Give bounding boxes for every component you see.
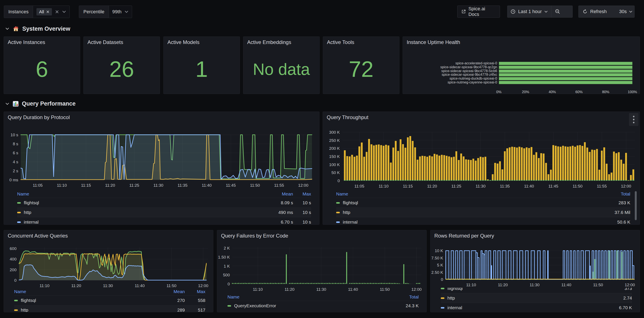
uptime-bar[interactable] (499, 62, 632, 65)
legend-col-total[interactable]: Total (382, 294, 419, 299)
uptime-bar[interactable] (499, 70, 632, 73)
panel-concurrent-queries[interactable]: Concurrent Active Queries 020040060011:1… (4, 230, 213, 312)
legend-series-name[interactable]: flightsql (21, 298, 153, 303)
legend-row-flightsql[interactable]: flightsql373 (441, 288, 632, 293)
refresh-button-group[interactable]: Refresh 30s (578, 6, 634, 18)
panel-active-models[interactable]: Active Models 1 (163, 37, 240, 94)
panel-instance-uptime-health[interactable]: Instance Uptime Health spice-accelerated… (402, 37, 640, 94)
legend-row-internal[interactable]: internal6.70 s10 s (17, 217, 311, 225)
bar-base (584, 180, 586, 181)
bar (390, 283, 392, 284)
legend-scrollbar[interactable] (635, 191, 637, 220)
uptime-bar[interactable] (499, 66, 632, 69)
panel-query-failures[interactable]: Query Failures by Error Code 05001 K1.50… (217, 230, 426, 312)
legend-row-http[interactable]: http289517 (14, 305, 206, 312)
house-icon (12, 25, 19, 32)
legend-series-name[interactable]: QueryExecutionError (234, 303, 382, 308)
zoom-out-icon[interactable] (555, 9, 560, 14)
bar (251, 283, 252, 284)
bar (395, 283, 396, 284)
collapse-chevron-icon[interactable] (5, 102, 10, 105)
section-query-performance[interactable]: Query Performance (5, 100, 76, 107)
uptime-bar[interactable] (499, 77, 632, 80)
bar-base (610, 180, 612, 181)
instance-label: spice-nutmeg-cayenne-spiceai-0 (448, 81, 497, 84)
query-duration-chart[interactable]: 0 ms2 s4 s6 s8 s10 s11:0511:1011:1511:20… (4, 112, 320, 189)
refresh-interval-dropdown[interactable]: 30s (616, 9, 636, 14)
panel-query-throughput[interactable]: Query Throughput 050 K100 K150 K200 K250… (323, 112, 640, 225)
uptime-bar[interactable] (499, 73, 632, 76)
legend-series-name[interactable]: internal (24, 219, 259, 225)
y-axis-tick: 0 (441, 277, 443, 282)
bar (368, 283, 370, 284)
legend-row-flightsql[interactable]: flightsql270558 (14, 295, 206, 305)
section-system-overview[interactable]: System Overview (5, 25, 70, 32)
legend-row-http[interactable]: http2.74 (441, 293, 632, 303)
instance-label: spice-nutmeg-duckdb-spiceai-0 (450, 77, 497, 81)
time-range-picker[interactable]: Last 1 hour (507, 6, 572, 18)
bar (385, 145, 387, 181)
panel-active-datasets[interactable]: Active Datasets 26 (84, 37, 160, 94)
legend-col-mean[interactable]: Mean (153, 289, 185, 294)
uptime-bar[interactable] (499, 81, 632, 84)
legend-col-total[interactable]: Total (594, 191, 630, 197)
legend-col-max[interactable]: Max (185, 289, 206, 294)
legend-row-flightsql[interactable]: flightsql283 K (336, 198, 630, 207)
grafana-dashboard: { "topbar": { "var1_label": "Instances",… (0, 0, 644, 318)
instances-variable-value[interactable]: All (33, 6, 69, 18)
bar (297, 283, 298, 284)
query-throughput-chart[interactable]: 050 K100 K150 K200 K250 K300 K11:0511:10… (323, 112, 640, 189)
panel-title: Active Tools (327, 39, 354, 45)
rows-returned-chart[interactable]: 02.50 K5 K7.50 K10 K11:1011:2011:3011:40… (430, 230, 640, 288)
legend-series-name[interactable]: flightsql (448, 288, 596, 291)
legend-series-name[interactable]: http (21, 307, 153, 312)
legend-series-name[interactable]: flightsql (24, 200, 259, 205)
legend-row-http[interactable]: http490 ms10 s (17, 207, 311, 217)
legend-col-max[interactable]: Max (293, 191, 311, 197)
close-icon[interactable] (46, 10, 49, 13)
query-failures-chart[interactable]: 05001 K1.50 K2 K11:1011:2011:3011:4011:5… (217, 230, 426, 292)
legend-col-name[interactable]: Name (17, 191, 259, 197)
legend-series-name[interactable]: http (343, 210, 594, 215)
bar-base (545, 180, 547, 181)
panel-active-tools[interactable]: Active Tools 72 (323, 37, 400, 94)
legend-col-mean[interactable]: Mean (259, 191, 293, 197)
legend-col-name[interactable]: Name (14, 289, 153, 294)
panel-active-instances[interactable]: Active Instances 6 (4, 37, 80, 94)
panel-active-embeddings[interactable]: Active Embeddings No data (243, 37, 320, 94)
docs-button[interactable]: Spice.ai Docs (457, 6, 500, 18)
legend-row-flightsql[interactable]: flightsql8.09 s10 s (17, 198, 311, 207)
bar (232, 283, 233, 284)
bar-base (613, 180, 615, 181)
percentile-variable-value[interactable]: 99th (109, 6, 132, 18)
concurrent-queries-chart[interactable]: 020040060011:1011:2011:3011:4011:5012:00 (4, 230, 213, 288)
legend-series-name[interactable]: http (448, 295, 596, 301)
legend-row-QueryExecutionError[interactable]: QueryExecutionError24.3 K (228, 301, 419, 310)
collapse-chevron-icon[interactable] (5, 27, 10, 30)
chevron-down-icon[interactable] (62, 11, 66, 13)
instances-variable[interactable]: Instances All (4, 6, 70, 18)
legend-series-name[interactable]: flightsql (343, 200, 594, 205)
refresh-button[interactable]: Refresh (578, 9, 610, 14)
legend-series-name[interactable]: http (24, 210, 259, 215)
bar (453, 157, 455, 181)
legend-row-internal[interactable]: internal6.70 K (441, 303, 632, 311)
clear-selection-icon[interactable] (55, 10, 59, 14)
legend-row-http[interactable]: http37.6 Mil (336, 207, 630, 217)
percentile-variable[interactable]: Percentile 99th (79, 6, 132, 18)
panel-rows-returned[interactable]: Rows Returned per Query 02.50 K5 K7.50 K… (430, 230, 640, 312)
bar-base (470, 180, 472, 181)
x-axis-tick: 11:30 (476, 184, 486, 188)
instances-tag-all[interactable]: All (36, 8, 52, 16)
legend-col-name[interactable]: Name (228, 294, 382, 299)
bar (618, 152, 620, 181)
bar (516, 148, 518, 181)
legend-series-name[interactable]: internal (448, 305, 596, 310)
bar-base (504, 180, 506, 181)
bar (318, 283, 318, 284)
legend-row-internal[interactable]: internal50.6 K (336, 217, 630, 225)
instance-label: spice-sidecar-spiceai-9bc4778-z4fxc (442, 73, 497, 77)
legend-col-name[interactable]: Name (336, 191, 594, 197)
legend-series-name[interactable]: internal (343, 219, 594, 225)
panel-query-duration[interactable]: Query Duration by Protocol 0 ms2 s4 s6 s… (4, 112, 320, 225)
